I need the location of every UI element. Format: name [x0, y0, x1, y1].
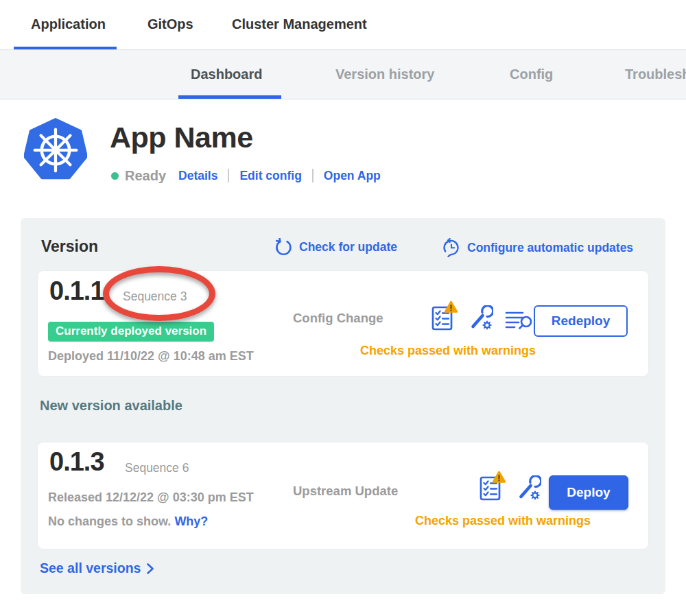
- tab-application[interactable]: Application: [31, 16, 106, 32]
- current-version-source: Config Change: [293, 311, 383, 326]
- released-timestamp: Released 12/12/22 @ 03:30 pm EST: [48, 490, 254, 505]
- details-link[interactable]: Details: [178, 169, 217, 183]
- available-version-card: 0.1.3 Sequence 6 Released 12/12/22 @ 03:…: [38, 442, 648, 549]
- configure-automatic-updates-label: Configure automatic updates: [467, 241, 633, 255]
- checklist-warning-icon[interactable]: [431, 301, 457, 331]
- chevron-right-icon: [146, 562, 154, 575]
- deploy-button[interactable]: Deploy: [549, 475, 628, 510]
- subtab-version-history[interactable]: Version history: [335, 67, 435, 82]
- see-all-versions-label: See all versions: [40, 560, 141, 576]
- divider: [312, 169, 314, 182]
- configure-automatic-updates-button[interactable]: Configure automatic updates: [442, 238, 633, 257]
- check-for-update-label: Check for update: [299, 240, 397, 254]
- no-changes-label: No changes to show.: [48, 514, 171, 528]
- app-screen: Application GitOps Cluster Management Da…: [0, 0, 686, 616]
- current-version-checks-status: Checks passed with warnings: [318, 344, 578, 358]
- version-panel-title: Version: [41, 237, 98, 256]
- available-version-sequence: Sequence 6: [125, 461, 189, 475]
- app-status-row: Ready Details Edit config Open App: [111, 167, 381, 185]
- active-subtab-underline: [178, 95, 281, 99]
- checklist-warning-icon[interactable]: [479, 471, 505, 501]
- why-link[interactable]: Why?: [174, 514, 208, 528]
- subtab-troubleshoot[interactable]: Troubleshoot: [625, 67, 686, 82]
- see-all-versions-link[interactable]: See all versions: [40, 560, 154, 576]
- view-files-icon[interactable]: [505, 309, 534, 331]
- status-dot-icon: [111, 172, 119, 180]
- version-panel: Version Check for update Configure autom…: [21, 218, 665, 594]
- available-version-number: 0.1.3: [49, 447, 104, 477]
- redeploy-button[interactable]: Redeploy: [534, 305, 628, 337]
- edit-config-link[interactable]: Edit config: [239, 169, 301, 183]
- refresh-icon: [274, 238, 293, 257]
- current-version-sequence: Sequence 3: [123, 289, 187, 304]
- open-app-link[interactable]: Open App: [324, 169, 381, 183]
- page-title: App Name: [110, 121, 253, 154]
- available-version-check-icons: [479, 471, 541, 501]
- current-version-check-icons: [431, 301, 534, 331]
- tab-gitops[interactable]: GitOps: [147, 16, 193, 32]
- new-version-heading: New version available: [40, 398, 182, 414]
- sub-nav: Dashboard Version history Config Trouble…: [0, 49, 686, 99]
- wrench-gear-icon[interactable]: [517, 475, 541, 501]
- tab-cluster-management[interactable]: Cluster Management: [232, 16, 367, 32]
- subtab-dashboard[interactable]: Dashboard: [191, 67, 262, 82]
- deployed-timestamp: Deployed 11/10/22 @ 10:48 am EST: [48, 349, 254, 364]
- status-badge: Ready: [125, 168, 166, 184]
- currently-deployed-badge: Currently deployed version: [48, 322, 214, 342]
- available-version-checks-status: Checks passed with warnings: [372, 514, 633, 528]
- auto-update-icon: [442, 238, 461, 257]
- divider: [228, 169, 229, 182]
- wrench-gear-icon[interactable]: [469, 305, 493, 331]
- check-for-update-button[interactable]: Check for update: [274, 238, 397, 257]
- no-changes-row: No changes to show. Why?: [48, 514, 208, 529]
- kubernetes-logo: [24, 118, 87, 181]
- available-version-source: Upstream Update: [293, 484, 398, 499]
- subtab-config[interactable]: Config: [510, 67, 553, 82]
- current-version-number: 0.1.1: [49, 276, 104, 306]
- current-version-card: 0.1.1 Sequence 3 Currently deployed vers…: [38, 271, 648, 376]
- top-nav: Application GitOps Cluster Management: [0, 0, 686, 49]
